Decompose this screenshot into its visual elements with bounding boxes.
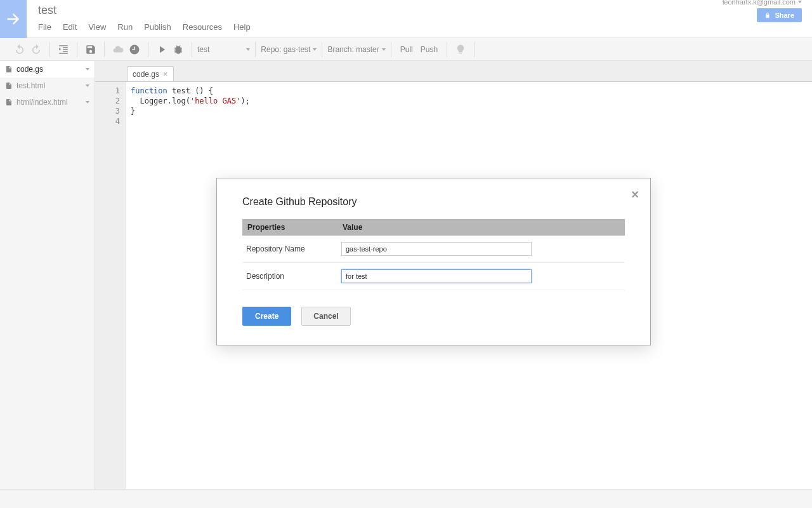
col-properties: Properties <box>242 219 337 236</box>
chevron-down-icon[interactable] <box>86 84 89 87</box>
description-label: Description <box>242 263 337 290</box>
clock-icon[interactable] <box>129 44 140 55</box>
editor-tab[interactable]: code.gs × <box>127 66 174 81</box>
chevron-down-icon[interactable] <box>86 101 89 104</box>
repo-select[interactable]: Repo: gas-test <box>261 45 317 54</box>
create-button[interactable]: Create <box>242 307 291 326</box>
create-repo-dialog: × Create Github Repository Properties Va… <box>216 178 651 345</box>
account-email[interactable]: leonhartx.k@gmail.com <box>723 0 802 6</box>
menu-publish[interactable]: Publish <box>144 22 171 32</box>
toolbar: test Repo: gas-test Branch: master Pull … <box>0 38 812 61</box>
close-icon[interactable]: × <box>163 69 168 79</box>
menu-file[interactable]: File <box>38 22 51 32</box>
branch-select[interactable]: Branch: master <box>327 45 385 54</box>
description-input[interactable] <box>341 269 532 283</box>
file-icon <box>5 65 13 74</box>
chevron-down-icon <box>313 48 317 51</box>
footer-bar <box>0 489 812 508</box>
col-value: Value <box>337 219 625 236</box>
menu-run[interactable]: Run <box>117 22 133 32</box>
menu-resources[interactable]: Resources <box>183 22 222 32</box>
file-icon <box>5 81 13 90</box>
file-sidebar: code.gs test.html html/index.html <box>0 61 95 489</box>
redo-icon[interactable] <box>30 44 42 55</box>
debug-icon[interactable] <box>173 44 184 55</box>
arrow-right-icon <box>4 10 22 28</box>
menu-help[interactable]: Help <box>233 22 251 32</box>
file-icon <box>5 98 13 107</box>
project-title[interactable]: test <box>38 4 56 17</box>
menu-view[interactable]: View <box>88 22 106 32</box>
tab-bar: code.gs × <box>95 61 812 81</box>
push-button[interactable]: Push <box>417 45 442 54</box>
menu-edit[interactable]: Edit <box>63 22 77 32</box>
dialog-title: Create Github Repository <box>242 196 625 208</box>
menu-bar: File Edit View Run Publish Resources Hel… <box>38 18 812 36</box>
indent-icon[interactable] <box>58 44 69 55</box>
line-gutter: 1 2 3 4 <box>95 82 126 489</box>
file-item[interactable]: test.html <box>0 77 95 94</box>
undo-icon[interactable] <box>14 44 25 55</box>
pull-button[interactable]: Pull <box>396 45 417 54</box>
repo-name-input[interactable] <box>341 242 532 256</box>
play-icon[interactable] <box>156 44 167 55</box>
save-icon[interactable] <box>85 44 96 55</box>
cancel-button[interactable]: Cancel <box>301 307 350 326</box>
chevron-down-icon <box>798 1 802 3</box>
properties-table: Properties Value Repository Name Descrip… <box>242 219 625 290</box>
chevron-down-icon[interactable] <box>86 68 89 70</box>
repo-name-label: Repository Name <box>242 236 337 263</box>
app-header: test leonhartx.k@gmail.com Share File Ed… <box>0 0 812 38</box>
lightbulb-icon[interactable] <box>455 44 466 55</box>
cloud-icon[interactable] <box>112 44 124 55</box>
function-select[interactable]: test <box>197 45 250 54</box>
file-item[interactable]: html/index.html <box>0 94 95 110</box>
close-icon[interactable]: × <box>631 187 639 202</box>
chevron-down-icon <box>382 48 386 51</box>
file-item[interactable]: code.gs <box>0 61 95 77</box>
chevron-down-icon <box>246 48 250 51</box>
app-logo[interactable] <box>0 0 27 38</box>
